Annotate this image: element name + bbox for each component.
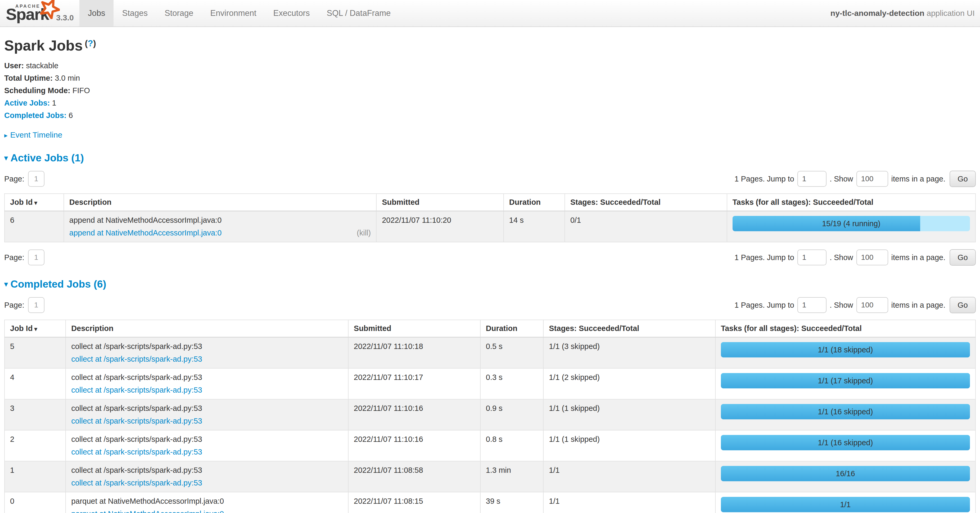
stages-cell: 1/1 xyxy=(543,492,715,513)
event-timeline-toggle[interactable]: ▸Event Timeline xyxy=(4,130,976,140)
spark-version: 3.3.0 xyxy=(56,13,74,22)
page-size-input[interactable] xyxy=(856,297,888,313)
tasks-cell: 1/1 (16 skipped) xyxy=(715,430,975,461)
job-detail-link[interactable]: collect at /spark-scripts/spark-ad.py:53 xyxy=(71,417,202,425)
column-header-stages[interactable]: Stages: Succeeded/Total xyxy=(565,194,727,211)
tab-storage[interactable]: Storage xyxy=(156,0,202,27)
description-cell: collect at /spark-scripts/spark-ad.py:53… xyxy=(66,368,348,399)
submitted-cell: 2022/11/07 11:08:58 xyxy=(348,461,480,492)
duration-cell: 0.3 s xyxy=(480,368,543,399)
show-text: . Show xyxy=(830,175,853,183)
go-button[interactable]: Go xyxy=(950,171,976,187)
column-header-stages[interactable]: Stages: Succeeded/Total xyxy=(543,320,715,337)
job-detail-link[interactable]: collect at /spark-scripts/spark-ad.py:53 xyxy=(71,355,202,363)
description-cell: collect at /spark-scripts/spark-ad.py:53… xyxy=(66,337,348,368)
job-detail-link[interactable]: collect at /spark-scripts/spark-ad.py:53 xyxy=(71,479,202,487)
stages-cell: 0/1 xyxy=(565,211,727,242)
completed-jobs-table: Job Id▾ Description Submitted Duration S… xyxy=(4,319,976,513)
pagination-active-top: Page: 1 Pages. Jump to . Show items in a… xyxy=(4,171,976,187)
show-text: . Show xyxy=(830,301,853,310)
column-header-job-id[interactable]: Job Id▾ xyxy=(5,194,64,211)
tasks-progress-bar: 1/1 xyxy=(721,497,970,512)
description-cell: collect at /spark-scripts/spark-ad.py:53… xyxy=(66,430,348,461)
go-button[interactable]: Go xyxy=(950,249,976,266)
page-number-input[interactable] xyxy=(28,171,45,187)
column-header-submitted[interactable]: Submitted xyxy=(376,194,504,211)
app-suffix-text: application UI xyxy=(926,9,975,17)
column-header-description[interactable]: Description xyxy=(66,320,348,337)
items-text: items in a page. xyxy=(891,253,946,262)
page-size-input[interactable] xyxy=(856,249,888,265)
tab-jobs[interactable]: Jobs xyxy=(80,0,113,27)
tab-environment[interactable]: Environment xyxy=(202,0,265,27)
column-header-description[interactable]: Description xyxy=(64,194,376,211)
table-row: 1 collect at /spark-scripts/spark-ad.py:… xyxy=(5,461,975,492)
column-header-submitted[interactable]: Submitted xyxy=(348,320,480,337)
stages-cell: 1/1 (1 skipped) xyxy=(543,430,715,461)
tab-stages[interactable]: Stages xyxy=(113,0,156,27)
expand-arrow-icon: ▸ xyxy=(4,132,8,139)
completed-jobs-link[interactable]: Completed Jobs: xyxy=(4,111,67,119)
kill-link[interactable]: (kill) xyxy=(357,229,371,237)
tasks-cell: 15/19 (4 running) xyxy=(727,211,975,242)
submitted-cell: 2022/11/07 11:08:15 xyxy=(348,492,480,513)
column-header-tasks[interactable]: Tasks (for all stages): Succeeded/Total xyxy=(715,320,975,337)
page-size-input[interactable] xyxy=(856,171,888,187)
active-jobs-link[interactable]: Active Jobs: xyxy=(4,99,50,107)
main-content: Spark Jobs(?) User:stackable Total Uptim… xyxy=(0,37,980,513)
sort-desc-icon: ▾ xyxy=(34,326,37,332)
help-icon[interactable]: (?) xyxy=(85,38,96,48)
table-row: 3 collect at /spark-scripts/spark-ad.py:… xyxy=(5,399,975,430)
description-cell: append at NativeMethodAccessorImpl.java:… xyxy=(64,211,376,242)
column-header-duration[interactable]: Duration xyxy=(480,320,543,337)
job-detail-link[interactable]: parquet at NativeMethodAccessorImpl.java… xyxy=(71,510,224,513)
tasks-progress-bar: 1/1 (16 skipped) xyxy=(721,404,970,419)
active-jobs-section-heading[interactable]: ▾Active Jobs (1) xyxy=(4,152,976,164)
tasks-progress-bar: 1/1 (16 skipped) xyxy=(721,435,970,450)
summary-active-jobs: Active Jobs:1 xyxy=(4,99,976,107)
duration-cell: 39 s xyxy=(480,492,543,513)
spark-logo[interactable]: APACHE Spark 3.3.0 xyxy=(0,0,80,27)
tasks-cell: 1/1 xyxy=(715,492,975,513)
job-id-cell: 5 xyxy=(5,337,66,368)
description-cell: collect at /spark-scripts/spark-ad.py:53… xyxy=(66,399,348,430)
nav-tabs: Jobs Stages Storage Environment Executor… xyxy=(80,0,399,27)
collapse-arrow-icon: ▾ xyxy=(4,280,8,288)
stages-cell: 1/1 (3 skipped) xyxy=(543,337,715,368)
completed-jobs-section-heading[interactable]: ▾Completed Jobs (6) xyxy=(4,278,976,290)
sort-desc-icon: ▾ xyxy=(34,200,37,206)
jump-to-input[interactable] xyxy=(797,249,827,265)
summary-uptime: Total Uptime:3.0 min xyxy=(4,74,976,83)
duration-cell: 1.3 min xyxy=(480,461,543,492)
page-title: Spark Jobs(?) xyxy=(4,37,976,54)
go-button[interactable]: Go xyxy=(950,297,976,313)
column-header-tasks[interactable]: Tasks (for all stages): Succeeded/Total xyxy=(727,194,975,211)
job-id-cell: 0 xyxy=(5,492,66,513)
page-number-input[interactable] xyxy=(28,297,45,313)
page-number-input[interactable] xyxy=(28,249,45,265)
tasks-cell: 1/1 (18 skipped) xyxy=(715,337,975,368)
page-label: Page: xyxy=(4,253,24,262)
job-id-cell: 4 xyxy=(5,368,66,399)
job-id-cell: 3 xyxy=(5,399,66,430)
column-header-duration[interactable]: Duration xyxy=(504,194,565,211)
jump-to-input[interactable] xyxy=(797,297,827,313)
app-id-text: ny-tlc-anomaly-detection xyxy=(830,9,924,17)
jump-to-input[interactable] xyxy=(797,171,827,187)
job-id-cell: 2 xyxy=(5,430,66,461)
summary-user: User:stackable xyxy=(4,61,976,70)
tab-executors[interactable]: Executors xyxy=(265,0,318,27)
job-detail-link[interactable]: collect at /spark-scripts/spark-ad.py:53 xyxy=(71,386,202,394)
pages-jump-text: 1 Pages. Jump to xyxy=(734,175,794,183)
column-header-job-id[interactable]: Job Id▾ xyxy=(5,320,66,337)
tasks-progress-bar: 1/1 (17 skipped) xyxy=(721,373,970,388)
duration-cell: 0.5 s xyxy=(480,337,543,368)
job-detail-link[interactable]: collect at /spark-scripts/spark-ad.py:53 xyxy=(71,448,202,456)
job-detail-link[interactable]: append at NativeMethodAccessorImpl.java:… xyxy=(69,229,221,237)
summary-scheduling-mode: Scheduling Mode:FIFO xyxy=(4,86,976,95)
tab-sql-dataframe[interactable]: SQL / DataFrame xyxy=(318,0,399,27)
stages-cell: 1/1 (2 skipped) xyxy=(543,368,715,399)
submitted-cell: 2022/11/07 11:10:18 xyxy=(348,337,480,368)
tasks-progress-bar: 1/1 (18 skipped) xyxy=(721,342,970,357)
table-header-row: Job Id▾ Description Submitted Duration S… xyxy=(5,320,975,337)
